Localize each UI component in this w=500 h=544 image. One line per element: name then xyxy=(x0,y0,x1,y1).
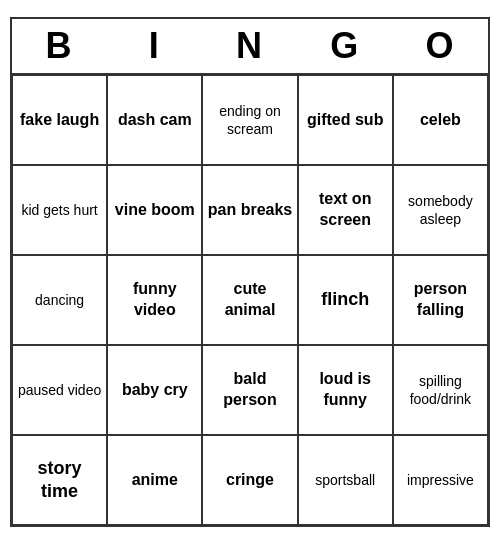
cell-0-3[interactable]: gifted sub xyxy=(298,75,393,165)
header-o: O xyxy=(393,19,488,73)
header-g: G xyxy=(298,19,393,73)
cell-3-4[interactable]: spilling food/drink xyxy=(393,345,488,435)
cell-1-1[interactable]: vine boom xyxy=(107,165,202,255)
cell-1-3[interactable]: text on screen xyxy=(298,165,393,255)
cell-0-1[interactable]: dash cam xyxy=(107,75,202,165)
header-i: I xyxy=(107,19,202,73)
cell-0-4[interactable]: celeb xyxy=(393,75,488,165)
cell-4-1[interactable]: anime xyxy=(107,435,202,525)
cell-4-0[interactable]: story time xyxy=(12,435,107,525)
cell-4-4[interactable]: impressive xyxy=(393,435,488,525)
header-b: B xyxy=(12,19,107,73)
cell-2-4[interactable]: person falling xyxy=(393,255,488,345)
bingo-card: B I N G O fake laugh dash cam ending on … xyxy=(10,17,490,527)
cell-1-2[interactable]: pan breaks xyxy=(202,165,297,255)
cell-4-2[interactable]: cringe xyxy=(202,435,297,525)
cell-1-4[interactable]: somebody asleep xyxy=(393,165,488,255)
cell-2-1[interactable]: funny video xyxy=(107,255,202,345)
cell-0-2[interactable]: ending on scream xyxy=(202,75,297,165)
cell-1-0[interactable]: kid gets hurt xyxy=(12,165,107,255)
cell-2-3[interactable]: flinch xyxy=(298,255,393,345)
bingo-grid: fake laugh dash cam ending on scream gif… xyxy=(12,73,488,525)
cell-3-1[interactable]: baby cry xyxy=(107,345,202,435)
cell-3-2[interactable]: bald person xyxy=(202,345,297,435)
cell-3-0[interactable]: paused video xyxy=(12,345,107,435)
cell-4-3[interactable]: sportsball xyxy=(298,435,393,525)
cell-0-0[interactable]: fake laugh xyxy=(12,75,107,165)
cell-2-2[interactable]: cute animal xyxy=(202,255,297,345)
cell-3-3[interactable]: loud is funny xyxy=(298,345,393,435)
bingo-header: B I N G O xyxy=(12,19,488,73)
header-n: N xyxy=(202,19,297,73)
cell-2-0[interactable]: dancing xyxy=(12,255,107,345)
